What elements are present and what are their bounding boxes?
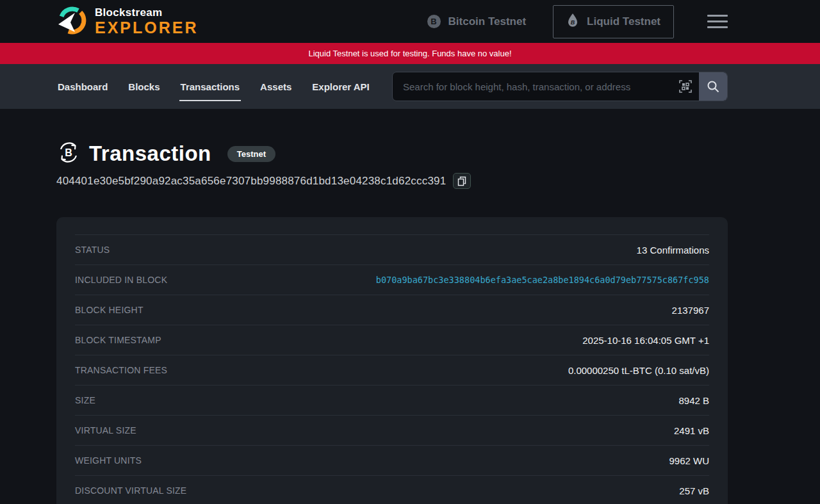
search-input[interactable] xyxy=(393,72,672,101)
detail-row: WEIGHT UNITS 9962 WU xyxy=(75,445,709,475)
transaction-id: 404401e30e5bf290a92ac35a656e7307bb998887… xyxy=(56,175,446,188)
search-bar xyxy=(392,72,728,101)
copy-txid-button[interactable] xyxy=(453,173,471,189)
svg-text:B: B xyxy=(65,147,72,158)
page-title: Transaction xyxy=(89,140,211,168)
compass-logo-icon xyxy=(56,5,87,38)
warning-text: Liquid Testnet is used for testing. Fund… xyxy=(308,49,511,58)
bitcoin-icon: B xyxy=(427,15,441,28)
detail-row: BLOCK TIMESTAMP 2025-10-16 16:04:05 GMT … xyxy=(75,325,709,355)
network-liquid-testnet[interactable]: B Liquid Testnet xyxy=(553,5,674,38)
detail-label: SIZE xyxy=(75,395,95,405)
detail-label: INCLUDED IN BLOCK xyxy=(75,275,167,285)
detail-label: TRANSACTION FEES xyxy=(75,365,167,375)
detail-label: DISCOUNT VIRTUAL SIZE xyxy=(75,485,186,496)
detail-value: 0.00000250 tL-BTC (0.10 sat/vB) xyxy=(568,365,709,376)
block-hash-link[interactable]: b070a9ba67bc3e338804b6efa3ae5cae2a8be189… xyxy=(376,275,709,285)
transaction-page: B Transaction Testnet 404401e30e5bf290a9… xyxy=(0,109,820,504)
nav-blocks[interactable]: Blocks xyxy=(127,77,161,96)
detail-value: 13 Confirmations xyxy=(637,245,709,256)
detail-label: VIRTUAL SIZE xyxy=(75,425,136,435)
page-title-row: B Transaction Testnet xyxy=(56,140,728,168)
detail-row: BLOCK HEIGHT 2137967 xyxy=(75,295,709,325)
detail-label: WEIGHT UNITS xyxy=(75,455,142,466)
detail-label: BLOCK HEIGHT xyxy=(75,305,144,315)
detail-row: TRANSACTION FEES 0.00000250 tL-BTC (0.10… xyxy=(75,355,709,385)
blockstream-logo[interactable]: Blockstream EXPLORER xyxy=(56,5,199,38)
txid-row: 404401e30e5bf290a92ac35a656e7307bb998887… xyxy=(56,173,728,189)
detail-value: 2491 vB xyxy=(674,425,709,436)
menu-icon[interactable] xyxy=(707,12,728,31)
testnet-badge: Testnet xyxy=(227,146,275,162)
detail-row: DISCOUNT VIRTUAL SIZE 257 vB xyxy=(75,475,709,504)
brand-product: EXPLORER xyxy=(95,20,199,36)
nav-assets[interactable]: Assets xyxy=(259,77,293,96)
detail-label: BLOCK TIMESTAMP xyxy=(75,335,161,345)
detail-row: SIZE 8942 B xyxy=(75,385,709,415)
detail-value: 2137967 xyxy=(672,305,709,316)
detail-row: STATUS 13 Confirmations xyxy=(75,234,709,264)
detail-label: STATUS xyxy=(75,245,110,255)
qr-scan-icon[interactable] xyxy=(672,72,699,101)
detail-value: 8942 B xyxy=(678,395,709,406)
brand-text: Blockstream EXPLORER xyxy=(95,7,199,36)
details-card: STATUS 13 Confirmations INCLUDED IN BLOC… xyxy=(56,217,728,504)
nav-transactions[interactable]: Transactions xyxy=(179,77,242,96)
network-switcher: B Bitcoin Testnet B Liquid Testnet xyxy=(427,5,674,38)
nav-explorer-api[interactable]: Explorer API xyxy=(311,77,370,96)
detail-value: 2025-10-16 16:04:05 GMT +1 xyxy=(582,335,709,346)
brand-name: Blockstream xyxy=(95,7,199,18)
transaction-icon: B xyxy=(56,140,81,167)
detail-row: INCLUDED IN BLOCK b070a9ba67bc3e338804b6… xyxy=(75,264,709,295)
network-label: Bitcoin Testnet xyxy=(448,15,527,28)
nav-dashboard[interactable]: Dashboard xyxy=(56,77,109,96)
app-header: Blockstream EXPLORER B Bitcoin Testnet B… xyxy=(0,0,820,43)
nav-items: Dashboard Blocks Transactions Assets Exp… xyxy=(56,77,371,96)
detail-value: 257 vB xyxy=(679,485,709,496)
network-bitcoin-testnet[interactable]: B Bitcoin Testnet xyxy=(427,15,527,28)
detail-row: VIRTUAL SIZE 2491 vB xyxy=(75,415,709,445)
network-label: Liquid Testnet xyxy=(587,15,660,28)
detail-value: 9962 WU xyxy=(669,455,709,466)
search-button[interactable] xyxy=(699,72,727,101)
liquid-droplet-icon: B xyxy=(566,13,579,31)
main-nav: Dashboard Blocks Transactions Assets Exp… xyxy=(0,64,820,109)
svg-text:B: B xyxy=(571,19,575,26)
warning-banner: Liquid Testnet is used for testing. Fund… xyxy=(0,43,820,64)
